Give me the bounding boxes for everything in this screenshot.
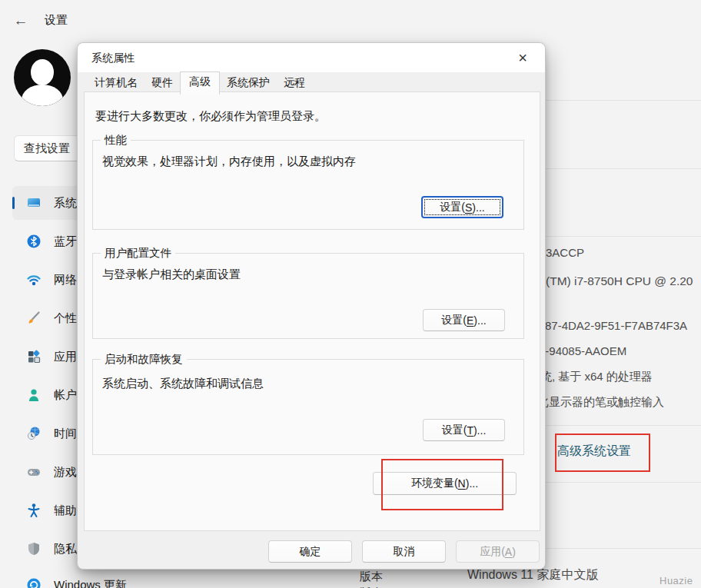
- system-properties-dialog: 系统属性 × 计算机名 硬件 高级 系统保护 远程 要进行大多数更改，你必须作为…: [77, 42, 546, 570]
- version-label: 版本: [360, 570, 383, 584]
- divider: [543, 168, 701, 169]
- user-profiles-legend: 用户配置文件: [101, 246, 175, 261]
- device-name-fragment: 3ACCP: [546, 246, 584, 259]
- divider: [543, 100, 701, 101]
- sidebar-item-label: 应用: [54, 350, 77, 364]
- bluetooth-icon: [26, 234, 42, 249]
- dialog-tabs: 计算机名 硬件 高级 系统保护 远程: [88, 74, 312, 93]
- avatar-body-shape: [22, 85, 63, 106]
- startup-recovery-desc: 系统启动、系统故障和调试信息: [102, 377, 264, 391]
- network-icon: [26, 272, 42, 287]
- performance-settings-button[interactable]: 设置(S)...: [421, 196, 503, 218]
- divider: [543, 482, 701, 483]
- tab-hardware[interactable]: 硬件: [145, 74, 180, 93]
- apps-icon: [26, 349, 42, 364]
- avatar-head-shape: [31, 59, 54, 85]
- system-type-fragment: 统, 基于 x64 的处理器: [543, 370, 653, 384]
- sidebar-item-label: 帐户: [54, 388, 77, 403]
- divider: [543, 548, 701, 549]
- windows-update-icon: [26, 577, 42, 588]
- apply-button[interactable]: 应用(A): [456, 540, 540, 563]
- back-button[interactable]: ←: [11, 11, 31, 31]
- version-value: Windows 11 家庭中文版: [467, 567, 598, 583]
- privacy-icon: [26, 541, 42, 556]
- close-icon[interactable]: ×: [511, 47, 534, 68]
- cancel-button[interactable]: 取消: [362, 540, 446, 563]
- about-panel: 3ACCP (TM) i7-8750H CPU @ 2.20 87-4DA2-9…: [543, 0, 701, 588]
- system-icon: [26, 195, 42, 211]
- advanced-tab-panel: 要进行大多数更改，你必须作为管理员登录。 性能 视觉效果，处理器计划，内存使用，…: [84, 91, 540, 531]
- tab-advanced[interactable]: 高级: [180, 71, 220, 95]
- sidebar-item-label: 游戏: [54, 465, 77, 480]
- device-id-fragment: 87-4DA2-9F51-F7AB74F3A: [545, 319, 687, 332]
- tab-system-protection[interactable]: 系统保护: [220, 74, 277, 93]
- accounts-icon: [26, 387, 42, 403]
- search-placeholder: 查找设置: [24, 141, 70, 156]
- selected-accent-pill: [12, 197, 15, 209]
- personalization-icon: [26, 311, 42, 326]
- advanced-system-settings-link[interactable]: 高级系统设置: [557, 443, 631, 460]
- divider: [543, 236, 701, 237]
- performance-legend: 性能: [101, 133, 131, 148]
- page-title: 设置: [45, 13, 68, 28]
- watermark: Huazie: [659, 575, 693, 586]
- startup-recovery-legend: 启动和故障恢复: [101, 352, 187, 367]
- dialog-titlebar: 系统属性 ×: [78, 43, 545, 72]
- performance-group: 性能 视觉效果，处理器计划，内存使用，以及虚拟内存 设置(S)...: [92, 140, 524, 230]
- gaming-icon: [26, 464, 42, 480]
- performance-desc: 视觉效果，处理器计划，内存使用，以及虚拟内存: [102, 154, 356, 169]
- user-profiles-settings-button[interactable]: 设置(E)...: [423, 309, 505, 331]
- divider: [543, 425, 701, 426]
- sidebar-item-label: Windows 更新: [54, 578, 127, 588]
- tab-computer-name[interactable]: 计算机名: [88, 74, 145, 93]
- startup-recovery-settings-button[interactable]: 设置(T)...: [423, 419, 505, 441]
- environment-variables-button[interactable]: 环境变量(N)...: [373, 472, 517, 495]
- startup-recovery-group: 启动和故障恢复 系统启动、系统故障和调试信息 设置(T)...: [92, 359, 524, 455]
- sidebar-item-label: 系统: [54, 196, 77, 211]
- sidebar-item-windows-update[interactable]: Windows 更新: [0, 566, 184, 588]
- ok-button[interactable]: 确定: [268, 540, 352, 563]
- user-profiles-desc: 与登录帐户相关的桌面设置: [102, 267, 241, 282]
- dialog-title: 系统属性: [91, 51, 135, 65]
- accessibility-icon: [26, 503, 42, 518]
- tab-remote[interactable]: 远程: [277, 74, 312, 93]
- product-id-fragment: 0-94085-AAOEM: [543, 344, 626, 357]
- admin-note: 要进行大多数更改，你必须作为管理员登录。: [95, 109, 326, 124]
- pen-touch-fragment: 此显示器的笔或触控输入: [543, 395, 664, 410]
- time-language-icon: [26, 426, 42, 441]
- processor-fragment: (TM) i7-8750H CPU @ 2.20: [546, 274, 693, 288]
- user-avatar[interactable]: [14, 49, 71, 106]
- user-profiles-group: 用户配置文件 与登录帐户相关的桌面设置 设置(E)...: [92, 253, 524, 339]
